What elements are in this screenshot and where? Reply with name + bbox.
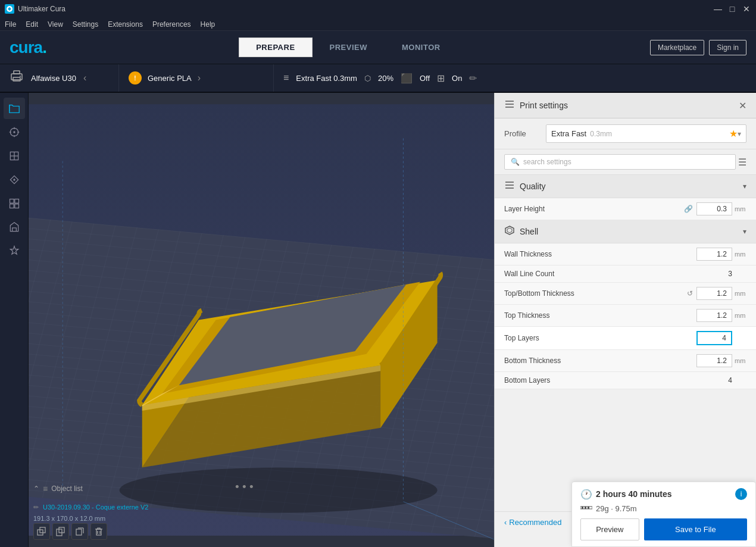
object-tools — [33, 523, 107, 540]
object-tool-duplicate[interactable] — [52, 523, 69, 540]
quality-section-chevron: ▾ — [743, 182, 746, 190]
setting-row-layer-height: Layer Height 🔗 0.3 mm — [495, 198, 756, 220]
menu-settings[interactable]: Settings — [73, 20, 98, 29]
topbottom-thickness-label: Top/Bottom Thickness — [504, 289, 687, 298]
top-thickness-unit: mm — [735, 312, 746, 319]
svg-marker-46 — [507, 228, 512, 233]
recommended-button[interactable]: ‹ Recommended — [504, 518, 562, 527]
settings-list: Quality ▾ Layer Height 🔗 0.3 mm Shell — [495, 175, 756, 511]
setting-row-topbottom-thickness: Top/Bottom Thickness ↺ 1.2 mm — [495, 283, 756, 305]
menu-preferences[interactable]: Preferences — [152, 20, 191, 29]
logo: cura. — [10, 38, 46, 57]
profile-row: Profile Extra Fast 0.3mm ★ ▾ — [495, 118, 756, 149]
svg-rect-32 — [76, 529, 82, 535]
tab-prepare[interactable]: PREPARE — [239, 37, 312, 57]
object-tool-group[interactable] — [33, 523, 50, 540]
svg-rect-48 — [582, 507, 583, 509]
profile-section: ≡ Extra Fast 0.3mm ⬡ 20% ⬛ Off ⊞ On ✏ — [274, 64, 756, 92]
layer-height-link-icon[interactable]: 🔗 — [684, 205, 693, 213]
svg-text:• • •: • • • — [235, 480, 254, 493]
menu-extensions[interactable]: Extensions — [108, 20, 143, 29]
app-icon — [5, 4, 14, 14]
sidebar-icon-tool1[interactable] — [4, 121, 25, 143]
bottom-layers-value[interactable]: 4 — [685, 376, 732, 385]
sidebar-icon-tool2[interactable] — [4, 145, 25, 167]
section-header-quality[interactable]: Quality ▾ — [495, 175, 756, 198]
menu-help[interactable]: Help — [201, 20, 215, 29]
setting-row-top-layers: Top Layers 4 — [495, 327, 756, 350]
object-list-label: Object list — [51, 485, 83, 493]
bottom-layers-label: Bottom Layers — [504, 376, 685, 385]
close-button[interactable]: ✕ — [742, 4, 751, 14]
top-layers-label: Top Layers — [504, 334, 696, 342]
object-tool-copy[interactable] — [71, 523, 88, 540]
material-section: ! Generic PLA › — [119, 64, 274, 92]
top-layers-value[interactable]: 4 — [696, 331, 732, 345]
sidebar-icon-tool4[interactable] — [4, 193, 25, 214]
search-icon: 🔍 — [511, 158, 520, 166]
maximize-button[interactable]: □ — [727, 4, 737, 14]
top-thickness-label: Top Thickness — [504, 311, 696, 320]
tab-preview[interactable]: PREVIEW — [313, 37, 385, 57]
tab-monitor[interactable]: MONITOR — [385, 37, 458, 57]
preview-button[interactable]: Preview — [580, 518, 639, 540]
layer-height-value[interactable]: 0.3 — [696, 202, 732, 215]
profile-favorite-icon[interactable]: ★ — [729, 128, 738, 139]
toolbar: cura. PREPARE PREVIEW MONITOR Marketplac… — [0, 31, 756, 64]
printer-collapse-arrow[interactable]: ‹ — [83, 73, 86, 83]
svg-rect-3 — [13, 77, 20, 81]
section-header-shell[interactable]: Shell ▾ — [495, 220, 756, 243]
svg-rect-17 — [14, 199, 18, 204]
svg-rect-19 — [14, 204, 18, 208]
quality-section-icon — [504, 180, 515, 193]
profile-select-sub: 0.3mm — [590, 130, 612, 138]
info-icon[interactable]: i — [735, 488, 747, 500]
topbottom-thickness-unit: mm — [735, 290, 746, 297]
menu-file[interactable]: File — [5, 20, 16, 29]
object-list-chevron[interactable]: ⌃ — [33, 485, 39, 493]
settings-menu-icon[interactable]: ☰ — [738, 157, 746, 168]
svg-rect-16 — [10, 199, 14, 204]
printer-section: Alfawise U30 ‹ — [0, 64, 119, 92]
object-tool-delete[interactable] — [90, 523, 107, 540]
adhesion-icon: ⊞ — [437, 73, 445, 84]
edit-icon[interactable]: ✏ — [469, 73, 477, 84]
sidebar-icon-tool6[interactable] — [4, 240, 25, 262]
sidebar-icon-tool5[interactable] — [4, 217, 25, 238]
profile-icon: ≡ — [283, 73, 289, 83]
setting-row-bottom-thickness: Bottom Thickness 1.2 mm — [495, 350, 756, 372]
svg-rect-18 — [10, 204, 14, 208]
bottom-thickness-value[interactable]: 1.2 — [696, 354, 732, 367]
svg-marker-45 — [505, 226, 514, 235]
viewport[interactable]: • • • ⌃ ≡ Object list ✏ U30-2019.09.30 -… — [29, 93, 494, 547]
signin-button[interactable]: Sign in — [709, 40, 746, 55]
topbottom-reset-icon[interactable]: ↺ — [687, 289, 693, 298]
svg-point-4 — [20, 76, 21, 77]
wall-line-count-value[interactable]: 3 — [685, 270, 732, 278]
menu-view[interactable]: View — [48, 20, 63, 29]
sidebar-icon-folder[interactable] — [4, 98, 25, 119]
save-to-file-button[interactable]: Save to File — [644, 518, 747, 540]
layer-height-label: Layer Height — [504, 205, 684, 213]
material-collapse-arrow[interactable]: › — [198, 73, 201, 83]
wall-thickness-unit: mm — [735, 251, 746, 258]
wall-thickness-value[interactable]: 1.2 — [696, 248, 732, 261]
marketplace-button[interactable]: Marketplace — [650, 40, 704, 55]
profile-chevron-icon[interactable]: ▾ — [738, 130, 741, 138]
material-icon — [580, 504, 592, 514]
topbottom-thickness-value[interactable]: 1.2 — [696, 287, 732, 300]
setting-row-bottom-layers: Bottom Layers 4 — [495, 372, 756, 389]
menu-edit[interactable]: Edit — [26, 20, 38, 29]
printer-icon — [10, 70, 24, 87]
profile-select[interactable]: Extra Fast 0.3mm ★ ▾ — [546, 124, 746, 143]
wall-line-count-label: Wall Line Count — [504, 270, 685, 278]
estimate-time-value: 2 hours 40 minutes — [596, 489, 672, 499]
recommended-label: Recommended — [509, 518, 561, 527]
logo-text: cura. — [10, 38, 46, 57]
top-thickness-value[interactable]: 1.2 — [696, 309, 732, 322]
print-settings-close-button[interactable]: ✕ — [739, 100, 746, 111]
minimize-button[interactable]: — — [713, 4, 723, 14]
search-placeholder[interactable]: search settings — [523, 158, 571, 166]
titlebar-left: Ultimaker Cura — [5, 4, 65, 14]
sidebar-icon-tool3[interactable] — [4, 169, 25, 190]
